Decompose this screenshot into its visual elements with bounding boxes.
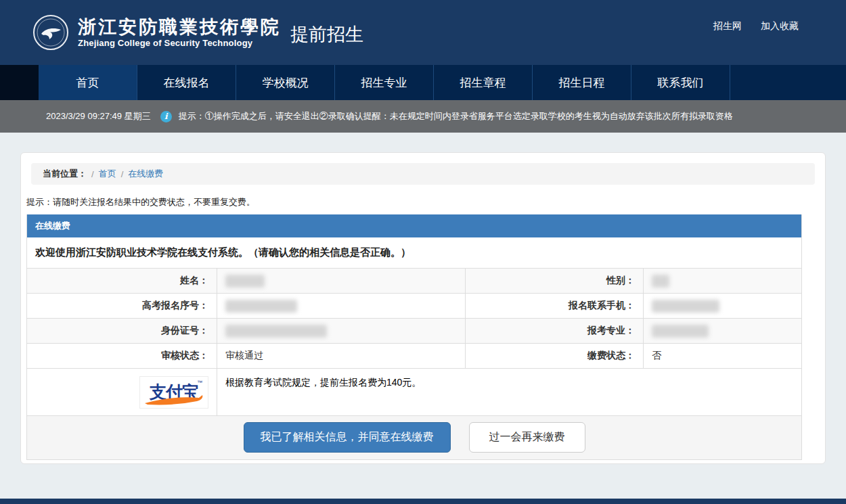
site-title: 提前招生 [290,22,363,47]
site-header: 浙江安防職業技術學院 Zhejiang College of Security … [0,0,846,65]
college-name-en: Zhejiang College of Security Technology [78,38,281,48]
exam-number-label: 高考报名序号： [27,294,217,318]
id-number-label: 身份证号： [27,319,217,343]
panel-title: 在线缴费 [27,214,801,237]
review-status-label: 审核状态： [27,344,217,368]
main-nav: 首页 在线报名 学校概况 招生专业 招生章程 招生日程 联系我们 [0,65,846,100]
alipay-logo-cell: 支付宝 ™ [27,369,217,415]
nav-item-schedule[interactable]: 招生日程 [533,65,631,100]
gender-label: 性别： [465,269,643,293]
payment-tip: 提示：请随时关注报名结果中的交费状态，不要重复交费。 [26,196,815,208]
review-status-text: 审核通过 [225,350,263,362]
review-status-value: 审核通过 [217,344,465,368]
exam-number-value [217,294,465,318]
name-value [217,269,465,293]
phone-value [643,294,801,318]
footer-bar [0,499,846,504]
nav-item-online-signup[interactable]: 在线报名 [137,65,236,100]
notice-bar: 2023/3/29 09:27:49 星期三 i 提示：①操作完成之后，请安全退… [0,100,846,133]
breadcrumb: 当前位置： / 首页 / 在线缴费 [31,163,815,185]
breadcrumb-separator: / [91,169,94,179]
agree-and-pay-button[interactable]: 我已了解相关信息，并同意在线缴费 [244,422,451,453]
nav-left-spacer [0,65,39,100]
redacted-value [225,300,297,313]
bird-glyph [41,28,61,39]
id-number-value [217,319,465,343]
fee-note: 根据教育考试院规定，提前生报名费为140元。 [217,369,801,415]
alipay-logo: 支付宝 ™ [139,376,208,409]
table-row: 身份证号： 报考专业： [27,319,801,344]
table-row: 姓名： 性别： [27,269,801,294]
nav-item-majors[interactable]: 招生专业 [335,65,434,100]
college-title-block: 浙江安防職業技術學院 Zhejiang College of Security … [78,17,281,49]
action-button-row: 我已了解相关信息，并同意在线缴费 过一会再来缴费 [27,416,801,459]
gender-value [643,269,801,293]
notice-message: 提示：①操作完成之后，请安全退出②录取确认提醒：未在规定时间内登录省服务平台选定… [179,110,733,122]
payment-status-value: 否 [643,344,801,368]
redacted-value [652,300,719,313]
redacted-value [652,325,709,338]
payment-status-text: 否 [652,350,661,362]
datetime-text: 2023/3/29 09:27:49 星期三 [46,110,151,122]
content-card: 当前位置： / 首页 / 在线缴费 提示：请随时关注报名结果中的交费状态，不要重… [20,152,826,464]
breadcrumb-link-home[interactable]: 首页 [99,168,116,180]
table-row: 高考报名序号： 报名联系手机： [27,294,801,319]
alipay-trademark: ™ [197,380,202,386]
alipay-row: 支付宝 ™ 根据教育考试院规定，提前生报名费为140元。 [27,369,801,416]
major-label: 报考专业： [465,319,643,343]
online-payment-panel: 在线缴费 欢迎使用浙江安防职业技术学院在线支付系统。（请确认您的相关信息是否正确… [26,214,802,460]
pay-later-button[interactable]: 过一会再来缴费 [469,422,585,453]
redacted-value [225,325,327,338]
nav-item-regulations[interactable]: 招生章程 [434,65,533,100]
major-value [643,319,801,343]
college-seal-icon [32,14,69,51]
info-icon: i [160,111,172,122]
table-row: 审核状态： 审核通过 缴费状态： 否 [27,344,801,369]
breadcrumb-link-online-payment[interactable]: 在线缴费 [128,168,163,180]
breadcrumb-separator: / [121,169,124,179]
header-link-add-favorite[interactable]: 加入收藏 [761,20,799,32]
nav-item-home[interactable]: 首页 [39,65,137,100]
alipay-swoosh-icon [143,394,204,405]
header-link-admissions-site[interactable]: 招生网 [713,20,742,32]
nav-item-school-overview[interactable]: 学校概况 [236,65,335,100]
college-name-zh: 浙江安防職業技術學院 [78,17,281,37]
redacted-value [225,275,265,288]
welcome-text: 欢迎使用浙江安防职业技术学院在线支付系统。（请确认您的相关信息是否正确。） [27,237,801,269]
breadcrumb-label: 当前位置： [43,168,87,180]
phone-label: 报名联系手机： [465,294,643,318]
name-label: 姓名： [27,269,217,293]
header-links: 招生网 加入收藏 [713,20,799,32]
payment-status-label: 缴费状态： [465,344,643,368]
nav-item-contact[interactable]: 联系我们 [631,65,730,100]
redacted-value [652,275,669,288]
